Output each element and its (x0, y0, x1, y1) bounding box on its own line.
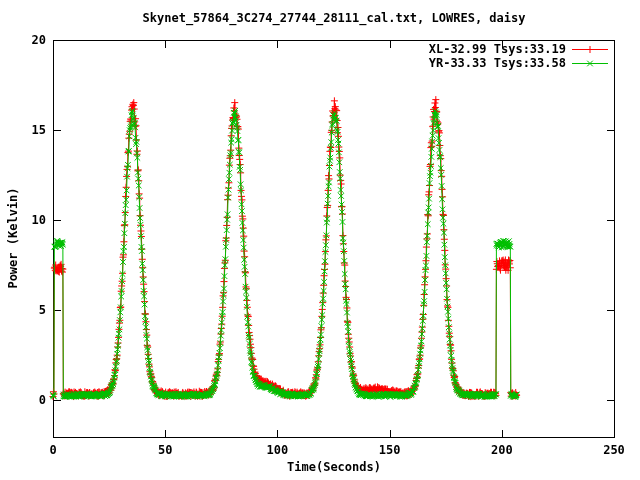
x-tick-label: 150 (366, 443, 414, 457)
y-tick-label: 15 (0, 123, 46, 137)
x-tick-label: 100 (253, 443, 301, 457)
chart-title: Skynet_57864_3C274_27744_28111_cal.txt, … (53, 11, 615, 25)
chart-figure: Skynet_57864_3C274_27744_28111_cal.txt, … (0, 0, 640, 480)
legend-entry-yr: YR-33.33 Tsys:33.58 (429, 56, 566, 70)
y-tick-label: 5 (0, 303, 46, 317)
legend-entry-xl: XL-32.99 Tsys:33.19 (429, 42, 566, 56)
x-tick-label: 50 (141, 443, 189, 457)
y-tick-label: 0 (0, 393, 46, 407)
x-tick-label: 0 (29, 443, 77, 457)
y-tick-label: 10 (0, 213, 46, 227)
x-tick-label: 250 (590, 443, 638, 457)
plot-canvas (0, 0, 640, 480)
y-tick-label: 20 (0, 33, 46, 47)
x-tick-label: 200 (478, 443, 526, 457)
x-axis-label: Time(Seconds) (53, 460, 615, 474)
